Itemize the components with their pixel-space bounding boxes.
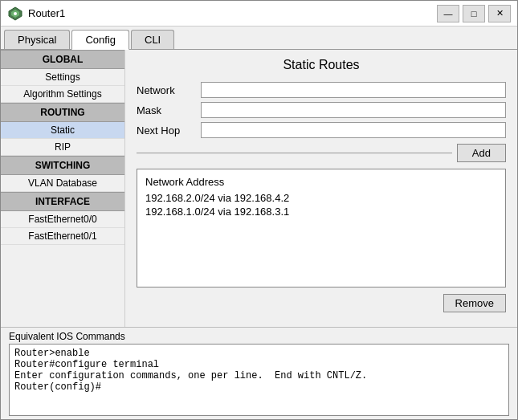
maximize-button[interactable]: □ (463, 5, 485, 22)
sidebar-item-algorithm-settings[interactable]: Algorithm Settings (1, 86, 124, 103)
ios-line-2: Enter configuration commands, one per li… (14, 370, 504, 381)
ios-terminal[interactable]: Router>enable Router#configure terminal … (9, 344, 509, 416)
mask-row: Mask (137, 102, 506, 118)
content-area: Static Routes Network Mask Next Hop Add (125, 50, 517, 327)
network-entry-1[interactable]: 192.168.1.0/24 via 192.168.3.1 (145, 205, 497, 218)
sidebar-item-static[interactable]: Static (1, 122, 124, 139)
tab-config[interactable]: Config (71, 30, 129, 50)
sidebar-item-rip[interactable]: RIP (1, 139, 124, 156)
network-entry-0[interactable]: 192.168.2.0/24 via 192.168.4.2 (145, 191, 497, 205)
sidebar-section-interface: INTERFACE (1, 192, 124, 211)
network-table-header: Network Address (145, 176, 497, 188)
svg-point-2 (14, 12, 17, 15)
window-title: Router1 (28, 7, 437, 19)
main-area: GLOBAL Settings Algorithm Settings ROUTI… (1, 50, 517, 327)
remove-row: Remove (137, 294, 506, 312)
network-row: Network (137, 82, 506, 98)
network-label: Network (137, 84, 201, 96)
network-input[interactable] (201, 82, 506, 98)
sidebar-section-switching: SWITCHING (1, 156, 124, 175)
tab-cli[interactable]: CLI (131, 30, 174, 49)
sidebar-section-global: GLOBAL (1, 50, 124, 69)
add-separator (137, 153, 452, 153)
sidebar-item-fastethernet0-1[interactable]: FastEthernet0/1 (1, 228, 124, 245)
ios-line-0: Router>enable (14, 348, 504, 359)
nexthop-input[interactable] (201, 122, 506, 138)
ios-section: Equivalent IOS Commands Router>enable Ro… (1, 327, 517, 419)
sidebar-scroll[interactable]: GLOBAL Settings Algorithm Settings ROUTI… (1, 50, 124, 327)
nexthop-row: Next Hop (137, 122, 506, 138)
ios-line-1: Router#configure terminal (14, 359, 504, 370)
close-button[interactable]: ✕ (488, 5, 511, 22)
sidebar-item-settings[interactable]: Settings (1, 69, 124, 86)
add-button[interactable]: Add (457, 144, 506, 162)
content-title: Static Routes (137, 58, 506, 72)
tab-physical[interactable]: Physical (4, 30, 70, 49)
mask-label: Mask (137, 104, 201, 116)
sidebar: GLOBAL Settings Algorithm Settings ROUTI… (1, 50, 125, 327)
nexthop-label: Next Hop (137, 124, 201, 137)
sidebar-item-vlan-database[interactable]: VLAN Database (1, 175, 124, 192)
mask-input[interactable] (201, 102, 506, 118)
add-row: Add (137, 144, 506, 162)
ios-line-3: Router(config)# (14, 381, 504, 393)
sidebar-section-routing: ROUTING (1, 103, 124, 122)
window-controls: — □ ✕ (437, 5, 511, 22)
main-window: Router1 — □ ✕ Physical Config CLI GLOBAL… (0, 0, 518, 420)
tab-bar: Physical Config CLI (1, 27, 517, 50)
app-icon (7, 6, 23, 22)
sidebar-item-fastethernet0-0[interactable]: FastEthernet0/0 (1, 211, 124, 228)
title-bar: Router1 — □ ✕ (1, 1, 517, 27)
remove-button[interactable]: Remove (443, 294, 506, 312)
network-table[interactable]: Network Address 192.168.2.0/24 via 192.1… (137, 169, 506, 287)
ios-label: Equivalent IOS Commands (9, 331, 509, 342)
minimize-button[interactable]: — (437, 5, 459, 22)
